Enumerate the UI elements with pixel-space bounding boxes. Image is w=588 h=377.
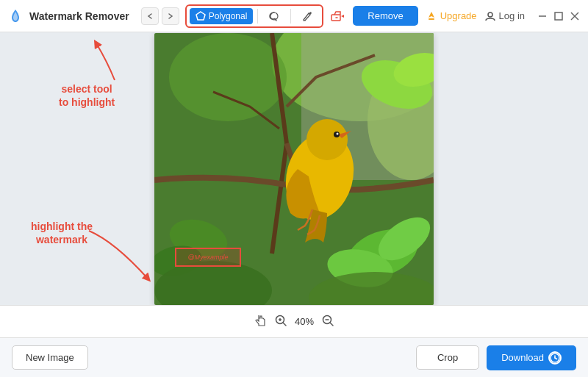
- maximize-button[interactable]: [553, 10, 564, 22]
- forward-button[interactable]: [162, 7, 179, 25]
- title-bar-left: Watermark Remover Polygonal: [7, 4, 353, 28]
- svg-line-37: [555, 358, 557, 359]
- brush-tool-button[interactable]: [295, 7, 319, 25]
- zoom-out-icon[interactable]: [321, 314, 334, 330]
- app-logo-icon: [7, 8, 24, 24]
- brush-icon: [301, 10, 313, 22]
- download-label: Download: [501, 352, 544, 363]
- tool-group: Polygonal: [185, 4, 324, 28]
- remove-button[interactable]: Remove: [353, 6, 417, 26]
- zoom-controls: 40%: [254, 314, 334, 330]
- footer-right-actions: Crop Download: [416, 345, 576, 370]
- nav-arrows: [141, 7, 179, 25]
- window-controls: [537, 10, 581, 22]
- svg-line-31: [283, 323, 286, 326]
- back-button[interactable]: [141, 7, 159, 25]
- svg-marker-3: [341, 15, 344, 18]
- user-icon: [484, 10, 496, 22]
- lasso-tool-button[interactable]: [262, 7, 286, 25]
- polygonal-label: Polygonal: [209, 11, 248, 21]
- title-bar-right: Remove Upgrade Log in: [353, 6, 581, 26]
- svg-point-25: [337, 132, 339, 134]
- annotation-select-tool: select toolto highlight: [59, 82, 115, 109]
- download-clock-icon: [548, 351, 562, 365]
- upgrade-icon: [426, 10, 437, 22]
- download-button[interactable]: Download: [487, 345, 576, 370]
- login-button[interactable]: Log in: [484, 10, 525, 22]
- polygonal-icon: [196, 11, 206, 21]
- svg-marker-0: [196, 12, 205, 20]
- title-bar: Watermark Remover Polygonal: [0, 0, 588, 32]
- separator: [257, 9, 258, 24]
- svg-line-34: [330, 323, 333, 326]
- watermark-text: @Myexample: [187, 254, 228, 261]
- hand-tool-icon[interactable]: [254, 314, 267, 330]
- annotation-arrow-down: [85, 227, 151, 286]
- footer-bar: New Image Crop Download: [0, 337, 588, 377]
- main-content: select toolto highlight highlight thewat…: [0, 32, 588, 305]
- bottom-toolbar: 40%: [0, 305, 588, 337]
- lasso-icon: [268, 10, 280, 22]
- annotation-select-text: select toolto highlight: [59, 82, 115, 109]
- svg-rect-7: [555, 12, 562, 20]
- svg-rect-4: [429, 18, 434, 20]
- separator2: [290, 9, 291, 24]
- svg-point-12: [169, 33, 287, 121]
- minimize-button[interactable]: [537, 10, 548, 22]
- new-image-button[interactable]: New Image: [12, 345, 88, 370]
- annotation-highlight-text: highlight thewatermark: [31, 220, 93, 246]
- zoom-in-icon[interactable]: [274, 314, 287, 330]
- crop-button[interactable]: Crop: [416, 345, 479, 370]
- svg-point-5: [488, 12, 492, 17]
- annotation-arrow-up: [93, 40, 137, 84]
- annotation-highlight-watermark: highlight thewatermark: [31, 220, 93, 246]
- upgrade-button[interactable]: Upgrade: [426, 10, 477, 22]
- app-title: Watermark Remover: [29, 10, 129, 22]
- polygonal-tool-button[interactable]: Polygonal: [190, 8, 254, 24]
- watermark-selection-box[interactable]: @Myexample: [175, 248, 241, 267]
- svg-point-23: [306, 119, 348, 160]
- erase-icon[interactable]: [329, 8, 345, 24]
- zoom-level-text: 40%: [295, 316, 314, 327]
- close-button[interactable]: [569, 10, 581, 22]
- bird-image-container: @Myexample: [154, 33, 434, 305]
